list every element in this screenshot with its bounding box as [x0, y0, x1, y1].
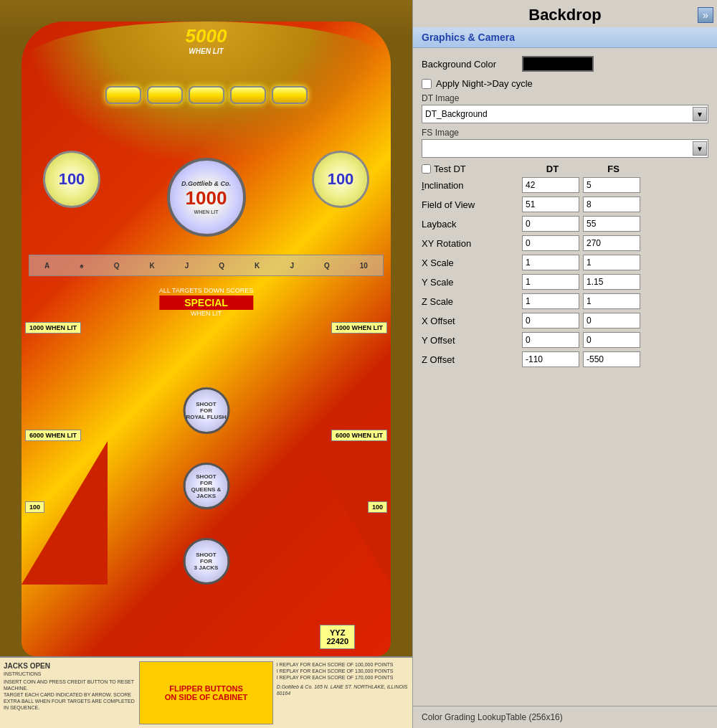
bg-color-swatch[interactable]: [522, 56, 594, 72]
layback-fs-input[interactable]: [583, 216, 640, 232]
bumper-1: [105, 86, 141, 104]
shoot-bumper-2: SHOOTFORQUEENS & JACKS: [183, 463, 229, 509]
brand-label: D.Gottlieb & Co.: [181, 180, 231, 187]
x-offset-fs-input[interactable]: [583, 313, 640, 328]
z-scale-fs-input[interactable]: [583, 293, 640, 309]
y-scale-dt-input[interactable]: [522, 274, 579, 290]
y-scale-row: Y Scale: [422, 274, 708, 290]
panel-header-area: Backdrop »: [413, 0, 717, 27]
score-tag-4: 6000 WHEN LIT: [331, 430, 387, 441]
top-score: 5000 WHEN LIT: [186, 25, 227, 55]
test-dt-label: Test DT: [434, 164, 466, 174]
field-of-view-dt-input[interactable]: [522, 197, 579, 212]
layback-dt-input[interactable]: [522, 216, 579, 232]
x-offset-label: X Offset: [422, 316, 522, 326]
x-scale-dt-input[interactable]: [522, 255, 579, 270]
bumpers-row: [105, 86, 308, 104]
section-header: Graphics & Camera: [413, 27, 717, 48]
pinball-preview: 5000 WHEN LIT 100 100 D.Gottlieb & Co. 1…: [0, 0, 412, 728]
special-text: SPECIAL: [159, 296, 253, 310]
panel-title: Backdrop: [424, 6, 706, 24]
score-tag-2: 1000 WHEN LIT: [331, 322, 387, 334]
bumper-4: [230, 86, 266, 104]
y-offset-dt-input[interactable]: [522, 332, 579, 348]
fs-image-select[interactable]: [422, 139, 708, 158]
layback-label: Layback: [422, 219, 522, 230]
dt-image-dropdown-wrapper: DT_Background ▼: [422, 105, 708, 123]
y-offset-row: Y Offset: [422, 332, 708, 348]
night-day-checkbox[interactable]: [422, 79, 432, 89]
flipper-text: FLIPPER BUTTONS ON SIDE OF CABINET: [139, 661, 272, 724]
center-score: 1000: [186, 187, 227, 209]
backdrop-panel: Backdrop » Graphics & Camera Background …: [412, 0, 717, 728]
scores-text: I REPLAY FOR EACH SCORE OF 100,000 POINT…: [277, 661, 409, 724]
x-scale-label: X Scale: [422, 257, 522, 268]
instructions-text: JACKS OPEN INSTRUCTIONS INSERT COIN AND …: [4, 661, 136, 724]
panel-content: Background Color Apply Night->Day cycle …: [413, 48, 717, 706]
test-dt-check-area: Test DT: [422, 164, 522, 174]
shoot-bumper-1: SHOOTFORROYAL FLUSH: [183, 387, 229, 434]
field-of-view-row: Field of View: [422, 197, 708, 212]
field-of-view-label: Field of View: [422, 199, 522, 210]
xy-rotation-label: XY Rotation: [422, 238, 522, 249]
y-scale-label: Y Scale: [422, 277, 522, 288]
z-offset-fs-input[interactable]: [583, 351, 640, 367]
z-offset-label: Z Offset: [422, 354, 522, 365]
card-row: A♠QKJQKJQ10: [29, 255, 384, 276]
right-triangle: [305, 441, 391, 585]
xy-rotation-fs-input[interactable]: [583, 235, 640, 251]
dt-fs-header-row: Test DT DT FS: [422, 164, 708, 174]
layback-row: Layback: [422, 216, 708, 232]
test-dt-checkbox[interactable]: [422, 164, 431, 174]
z-offset-row: Z Offset: [422, 351, 708, 367]
z-scale-label: Z Scale: [422, 296, 522, 307]
score-tag-6: 100: [368, 501, 387, 513]
inclination-label: Inclination: [422, 180, 522, 191]
x-offset-row: X Offset: [422, 313, 708, 328]
center-disc: D.Gottlieb & Co. 1000 WHEN LIT: [167, 158, 246, 237]
color-grading-label: Color Grading LookupTable (256x16): [422, 712, 708, 722]
y-offset-fs-input[interactable]: [583, 332, 640, 348]
inclination-dt-input[interactable]: [522, 177, 579, 193]
bg-color-row: Background Color: [422, 54, 708, 74]
panel-footer: Color Grading LookupTable (256x16): [413, 706, 717, 728]
fs-image-dropdown-wrapper: ▼: [422, 139, 708, 158]
dt-column-header: DT: [522, 164, 583, 174]
z-scale-dt-input[interactable]: [522, 293, 579, 309]
score-tag-3: 6000 WHEN LIT: [25, 430, 81, 441]
y-scale-fs-input[interactable]: [583, 274, 640, 290]
xy-rotation-row: XY Rotation: [422, 235, 708, 251]
bumper-2: [147, 86, 183, 104]
shoot-bumper-3: SHOOTFOR3 JACKS: [183, 538, 229, 585]
bottom-bar: JACKS OPEN INSTRUCTIONS INSERT COIN AND …: [0, 656, 412, 728]
score-tag-1: 1000 WHEN LIT: [25, 322, 81, 334]
z-scale-row: Z Scale: [422, 293, 708, 309]
x-scale-fs-input[interactable]: [583, 255, 640, 270]
x-scale-row: X Scale: [422, 255, 708, 270]
bumper-5: [272, 86, 308, 104]
score-circle-left: 100: [43, 151, 100, 208]
night-day-row: Apply Night->Day cycle: [422, 78, 708, 89]
score-tag-5: 100: [25, 501, 44, 513]
bg-color-label: Background Color: [422, 59, 522, 70]
special-area: ALL TARGETS DOWN SCORES SPECIAL WHEN LIT: [159, 287, 253, 317]
dt-image-label: DT Image: [422, 93, 708, 103]
y-offset-label: Y Offset: [422, 335, 522, 346]
fs-column-header: FS: [583, 164, 644, 174]
yyz-badge: YYZ 22420: [320, 625, 355, 649]
field-of-view-fs-input[interactable]: [583, 197, 640, 212]
inclination-fs-input[interactable]: [583, 177, 640, 193]
bumper-3: [189, 86, 224, 104]
score-circle-right: 100: [312, 151, 369, 208]
x-offset-dt-input[interactable]: [522, 313, 579, 328]
dt-image-select[interactable]: DT_Background: [422, 105, 708, 123]
z-offset-dt-input[interactable]: [522, 351, 579, 367]
fs-image-label: FS Image: [422, 128, 708, 138]
left-triangle: [22, 441, 108, 585]
xy-rotation-dt-input[interactable]: [522, 235, 579, 251]
night-day-label: Apply Night->Day cycle: [436, 78, 533, 89]
playfield: 5000 WHEN LIT 100 100 D.Gottlieb & Co. 1…: [22, 22, 391, 656]
collapse-button[interactable]: »: [698, 7, 713, 23]
inclination-row: Inclination: [422, 177, 708, 193]
